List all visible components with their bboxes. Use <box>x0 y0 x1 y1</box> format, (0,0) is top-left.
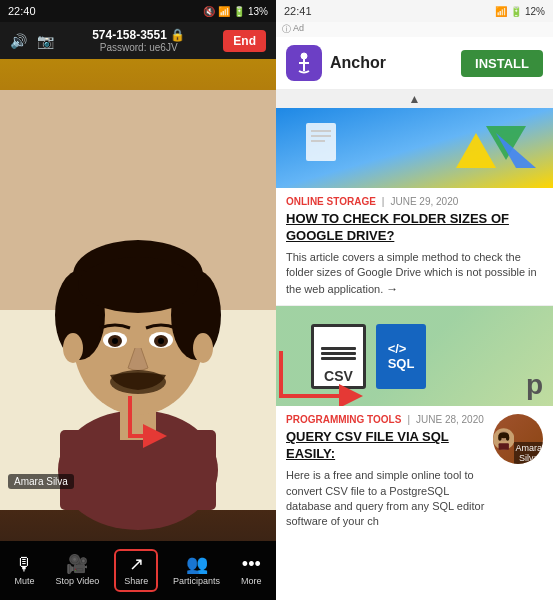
gdrive-banner-svg <box>276 108 553 188</box>
right-battery-icon: 🔋 <box>510 6 522 17</box>
svg-point-19 <box>193 333 213 363</box>
svg-point-33 <box>498 435 501 441</box>
article-2-meta: PROGRAMMING TOOLS | JUNE 28, 2020 <box>286 414 485 425</box>
article-2-content: PROGRAMMING TOOLS | JUNE 28, 2020 QUERY … <box>286 414 485 529</box>
ad-container: ⓘ Ad Anchor INSTALL ▲ <box>276 22 553 108</box>
end-call-button[interactable]: End <box>223 30 266 52</box>
more-label: More <box>241 576 262 586</box>
right-panel: 22:41 📶 🔋 12% ⓘ Ad Anchor INSTALL ▲ <box>276 0 553 600</box>
svg-point-15 <box>112 338 118 344</box>
article-1-category: ONLINE STORAGE <box>286 196 376 207</box>
app-icon <box>286 45 322 81</box>
article-1-desc-text: This article covers a simple method to c… <box>286 251 537 295</box>
sound-icon: 🔇 <box>203 6 215 17</box>
left-time: 22:40 <box>8 5 36 17</box>
person-video <box>0 59 276 541</box>
svg-point-18 <box>63 333 83 363</box>
phone-number: 574-158-3551 🔒 <box>54 28 223 42</box>
svg-rect-27 <box>311 135 331 137</box>
article-2-title[interactable]: QUERY CSV FILE VIA SQL EASILY: <box>286 429 485 463</box>
right-battery-pct: 12% <box>525 6 545 17</box>
app-name: Anchor <box>330 54 453 72</box>
svg-point-16 <box>158 338 164 344</box>
right-status-icons: 📶 🔋 12% <box>495 6 545 17</box>
install-button[interactable]: INSTALL <box>461 50 543 77</box>
app-install-banner: Anchor INSTALL <box>276 37 553 90</box>
phone-info: 574-158-3551 🔒 Password: ue6JV <box>54 28 223 53</box>
battery-icon: 🔋 <box>233 6 245 17</box>
avatar: Amara Silva <box>493 414 543 464</box>
ad-label: ⓘ <box>282 23 291 36</box>
avatar-svg <box>493 414 514 464</box>
avatar-name-label: Amara Silva <box>514 442 543 464</box>
share-label: Share <box>124 576 148 586</box>
csv-sql-banner: CSV </>SQL p <box>276 306 553 406</box>
stop-video-button[interactable]: 🎥 Stop Video <box>49 551 105 590</box>
article-2-separator: | <box>407 414 410 425</box>
participants-label: Participants <box>173 576 220 586</box>
video-area: Amara Silva <box>0 59 276 541</box>
left-status-icons: 🔇 📶 🔋 13% <box>203 6 268 17</box>
svg-rect-28 <box>311 140 325 142</box>
camera-icon: 📷 <box>37 33 54 49</box>
article-1-desc: This article covers a simple method to c… <box>286 250 543 298</box>
mute-label: Mute <box>14 576 34 586</box>
article-1-separator: | <box>382 196 385 207</box>
anchor-icon-svg <box>292 51 316 75</box>
call-left-icons: 🔊 📷 <box>10 33 54 49</box>
svg-rect-26 <box>311 130 331 132</box>
mute-button[interactable]: 🎙 Mute <box>8 551 40 590</box>
call-toolbar: 🎙 Mute 🎥 Stop Video ↗ Share 👥 Participan… <box>0 541 276 600</box>
avatar-container: Amara Silva <box>493 414 543 529</box>
caller-name-badge: Amara Silva <box>8 474 74 489</box>
more-icon: ••• <box>242 555 261 573</box>
article-2-category: PROGRAMMING TOOLS <box>286 414 401 425</box>
participants-button[interactable]: 👥 Participants <box>167 551 226 590</box>
svg-rect-35 <box>499 444 509 450</box>
password-label: Password: ue6JV <box>54 42 223 53</box>
person-svg <box>0 59 276 541</box>
collapse-button[interactable]: ▲ <box>276 90 553 108</box>
csv-arrow <box>276 346 366 406</box>
mic-icon: 🎙 <box>15 555 33 573</box>
right-status-bar: 22:41 📶 🔋 12% <box>276 0 553 22</box>
more-button[interactable]: ••• More <box>235 551 268 590</box>
letter-p: p <box>526 369 543 401</box>
ad-text: Ad <box>293 23 304 36</box>
right-time: 22:41 <box>284 5 312 17</box>
article-2-desc: Here is a free and simple online tool to… <box>286 468 485 530</box>
left-panel: 22:40 🔇 📶 🔋 13% 🔊 📷 574-158-3551 🔒 Passw… <box>0 0 276 600</box>
article-2-date: JUNE 28, 2020 <box>416 414 484 425</box>
right-signal-icon: 📶 <box>495 6 507 17</box>
sql-text: </>SQL <box>388 341 415 371</box>
call-header: 🔊 📷 574-158-3551 🔒 Password: ue6JV End <box>0 22 276 59</box>
volume-icon: 🔊 <box>10 33 27 49</box>
svg-point-34 <box>506 435 509 441</box>
battery-pct: 13% <box>248 6 268 17</box>
content-area: ONLINE STORAGE | JUNE 29, 2020 HOW TO CH… <box>276 108 553 600</box>
share-arrow <box>120 391 180 451</box>
article-1-date: JUNE 29, 2020 <box>390 196 458 207</box>
article-1-read-more[interactable]: → <box>386 282 398 296</box>
article-1: ONLINE STORAGE | JUNE 29, 2020 HOW TO CH… <box>276 188 553 306</box>
signal-icon: 📶 <box>218 6 230 17</box>
article-1-meta: ONLINE STORAGE | JUNE 29, 2020 <box>286 196 543 207</box>
share-icon: ↗ <box>129 555 144 573</box>
share-button[interactable]: ↗ Share <box>114 549 158 592</box>
sql-icon: </>SQL <box>376 324 426 389</box>
article-2: PROGRAMMING TOOLS | JUNE 28, 2020 QUERY … <box>276 406 553 537</box>
article-1-title[interactable]: HOW TO CHECK FOLDER SIZES OF GOOGLE DRIV… <box>286 211 543 245</box>
svg-point-10 <box>78 257 198 313</box>
svg-point-20 <box>301 53 307 59</box>
participants-icon: 👥 <box>186 555 208 573</box>
left-status-bar: 22:40 🔇 📶 🔋 13% <box>0 0 276 22</box>
gdrive-banner <box>276 108 553 188</box>
video-icon: 🎥 <box>66 555 88 573</box>
stop-video-label: Stop Video <box>55 576 99 586</box>
